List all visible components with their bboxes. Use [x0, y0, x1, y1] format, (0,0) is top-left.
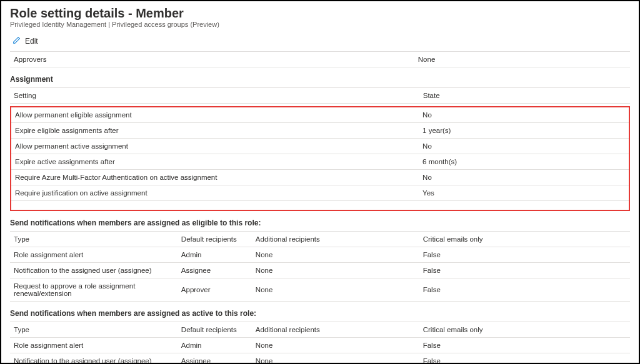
cell: Admin	[178, 338, 252, 353]
breadcrumb: Privileged Identity Management | Privile…	[10, 21, 630, 28]
notif-col-type: Type	[10, 322, 178, 338]
assignment-setting: Allow permanent active assignment	[11, 139, 419, 154]
assignment-table: Allow permanent eligible assignmentNo Ex…	[11, 107, 629, 201]
cell: Role assignment alert	[10, 247, 178, 263]
assignment-setting: Require Azure Multi-Factor Authenticatio…	[11, 170, 419, 185]
cell: False	[419, 278, 630, 302]
cell: None	[252, 338, 419, 353]
notif-col-additional: Additional recipients	[252, 322, 419, 338]
notif-col-default: Default recipients	[178, 322, 252, 338]
table-row: Notification to the assigned user (assig…	[10, 353, 630, 365]
table-row: Expire eligible assignments after1 year(…	[11, 123, 629, 139]
cell: None	[252, 263, 419, 278]
assignment-state: 6 month(s)	[419, 154, 629, 170]
assignment-state: No	[419, 139, 629, 154]
cell: Admin	[178, 247, 252, 263]
assignment-col-state: State	[419, 88, 630, 104]
edit-icon	[12, 36, 21, 46]
table-row: Require justification on active assignme…	[11, 185, 629, 201]
assignment-header-table: Setting State	[10, 87, 630, 104]
notif-active-table: Type Default recipients Additional recip…	[10, 322, 630, 364]
assignment-col-setting: Setting	[10, 88, 419, 104]
cell: False	[419, 353, 630, 365]
table-row: Allow permanent active assignmentNo	[11, 139, 629, 154]
cell: None	[252, 278, 419, 302]
notif-col-additional: Additional recipients	[252, 232, 419, 247]
cell: False	[419, 263, 630, 278]
assignment-section-title: Assignment	[10, 75, 630, 84]
notif-eligible-table: Type Default recipients Additional recip…	[10, 231, 630, 302]
assignment-setting: Expire eligible assignments after	[11, 123, 419, 139]
cell: False	[419, 247, 630, 263]
notif-active-title: Send notifications when members are assi…	[10, 309, 630, 318]
table-row: Role assignment alertAdminNoneFalse	[10, 247, 630, 263]
table-row: Request to approve a role assignment ren…	[10, 278, 630, 302]
assignment-highlight-box: Allow permanent eligible assignmentNo Ex…	[10, 106, 630, 211]
cell: None	[252, 247, 419, 263]
assignment-tbody: Allow permanent eligible assignmentNo Ex…	[11, 107, 629, 201]
cell: Assignee	[178, 263, 252, 278]
assignment-state: Yes	[419, 185, 629, 201]
cell: Approver	[178, 278, 252, 302]
notif-col-critical: Critical emails only	[419, 322, 630, 338]
edit-label: Edit	[25, 37, 38, 46]
cell: Assignee	[178, 353, 252, 365]
cell: False	[419, 338, 630, 353]
cell: Request to approve a role assignment ren…	[10, 278, 178, 302]
assignment-state: No	[419, 170, 629, 185]
table-row: Require Azure Multi-Factor Authenticatio…	[11, 170, 629, 185]
cell: Notification to the assigned user (assig…	[10, 353, 178, 365]
table-row: Expire active assignments after6 month(s…	[11, 154, 629, 170]
page-title: Role setting details - Member	[10, 6, 630, 21]
cell: Notification to the assigned user (assig…	[10, 263, 178, 278]
notif-col-type: Type	[10, 232, 178, 247]
assignment-state: No	[419, 107, 629, 123]
assignment-setting: Allow permanent eligible assignment	[11, 107, 419, 123]
edit-button[interactable]: Edit	[10, 33, 38, 51]
approvers-label: Approvers	[14, 56, 418, 63]
approvers-value: None	[418, 56, 626, 63]
cell: None	[252, 353, 419, 365]
table-row: Allow permanent eligible assignmentNo	[11, 107, 629, 123]
notif-col-default: Default recipients	[178, 232, 252, 247]
approvers-row: Approvers None	[10, 51, 630, 67]
notif-col-critical: Critical emails only	[419, 232, 630, 247]
table-row: Role assignment alertAdminNoneFalse	[10, 338, 630, 353]
cell: Role assignment alert	[10, 338, 178, 353]
assignment-setting: Expire active assignments after	[11, 154, 419, 170]
assignment-state: 1 year(s)	[419, 123, 629, 139]
notif-eligible-title: Send notifications when members are assi…	[10, 219, 630, 227]
table-row: Notification to the assigned user (assig…	[10, 263, 630, 278]
assignment-setting: Require justification on active assignme…	[11, 185, 419, 201]
